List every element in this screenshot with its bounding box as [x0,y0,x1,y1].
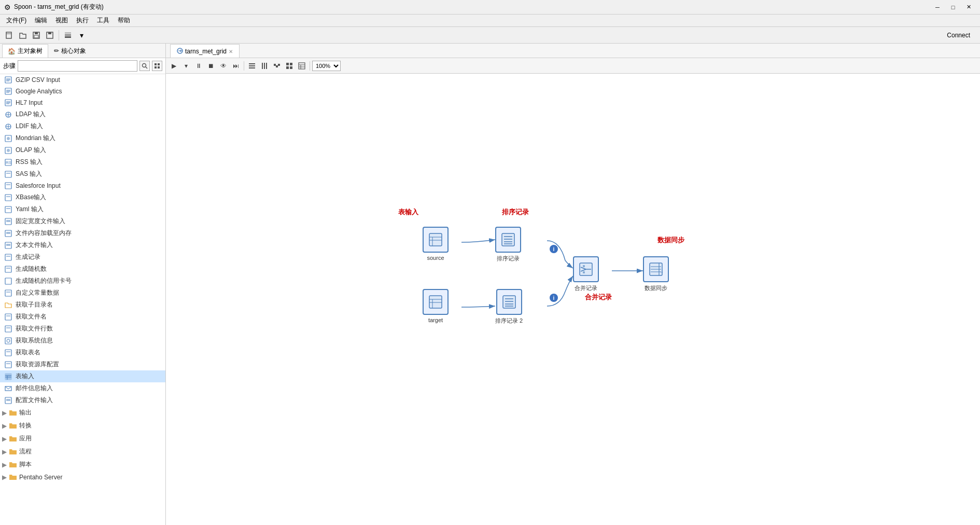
tab-core-objects[interactable]: ✏ 核心对象 [48,44,92,58]
step-icon-gen-cc [4,277,12,285]
search-expand-button[interactable] [139,61,150,71]
node-source[interactable]: source [423,227,449,261]
step-item-file-content[interactable]: 文件内容加载至内存 [0,227,165,239]
svg-rect-127 [429,296,442,308]
tab-main-objects[interactable]: 🏠 主对象树 [2,44,48,58]
step-icon-get-filename [4,313,12,321]
minimize-button[interactable]: ─ [930,2,945,13]
category-transform[interactable]: ▶ 转换 [0,419,165,432]
close-button[interactable]: ✕ [961,2,976,13]
canvas-next-btn[interactable]: ⏭ [230,60,242,72]
step-label-ldap: LDAP 输入 [16,110,46,119]
node-box-datasync: ↔ [643,256,669,282]
step-item-ldap[interactable]: LDAP 输入 [0,108,165,120]
step-item-sas[interactable]: SAS 输入 [0,168,165,180]
step-item-table-input[interactable]: 表输入 [0,370,165,382]
menu-execute[interactable]: 执行 [72,15,93,26]
toolbar-layers[interactable] [62,29,74,42]
zoom-select[interactable]: 100% 75% 50% 150% 200% [312,61,341,71]
menu-edit[interactable]: 编辑 [31,15,51,26]
canvas-table-btn[interactable] [296,60,307,72]
canvas-dropdown-btn[interactable]: ▾ [180,60,192,72]
node-sort1[interactable]: 排序记录 [495,227,521,262]
step-item-gen-cc[interactable]: 生成随机的信用卡号 [0,275,165,287]
node-merge[interactable]: 合并记录 [573,256,599,292]
canvas-align-v[interactable] [259,60,270,72]
maximize-button[interactable]: □ [946,2,960,13]
folder-icon-output [9,409,17,417]
toolbar-save[interactable] [30,29,43,42]
canvas-tab-close[interactable]: ✕ [229,49,233,54]
step-item-config-file[interactable]: 配置文件输入 [0,394,165,406]
svg-rect-42 [5,183,11,189]
step-item-mail[interactable]: 邮件信息输入 [0,382,165,394]
canvas-align-h[interactable] [246,60,258,72]
toolbar-dropdown[interactable]: ▾ [75,29,88,42]
step-item-mondrian[interactable]: Mondrian 输入 [0,132,165,144]
svg-rect-89 [266,63,267,69]
category-label-script: 脚本 [19,460,32,469]
menu-tools[interactable]: 工具 [93,15,114,26]
connect-button[interactable]: Connect [940,29,977,42]
toolbar-open[interactable] [17,29,29,42]
canvas-run-btn[interactable]: ▶ [168,60,179,72]
canvas-tab-tarns[interactable]: tarns_met_grid ✕ [170,44,240,58]
chevron-right-icon-script: ▶ [2,461,7,468]
step-item-olap[interactable]: OLAP 输入 [0,144,165,156]
menu-help[interactable]: 帮助 [114,15,134,26]
category-label-output: 输出 [19,408,32,417]
step-label-get-repo: 获取资源库配置 [16,360,59,369]
step-item-custom-const[interactable]: 自定义常量数据 [0,287,165,299]
category-apply[interactable]: ▶ 应用 [0,432,165,445]
canvas-distribute[interactable] [271,60,283,72]
node-sort2[interactable]: 排序记录 2 [495,289,523,325]
category-script[interactable]: ▶ 脚本 [0,458,165,471]
step-item-get-filerows[interactable]: 获取文件行数 [0,323,165,335]
step-item-hl7[interactable]: HL7 Input [0,97,165,108]
step-item-gen-random[interactable]: 生成随机数 [0,263,165,275]
step-item-yaml[interactable]: Yaml 输入 [0,203,165,215]
toolbar: ▾ Connect [0,27,980,44]
step-item-get-tables[interactable]: 获取表名 [0,347,165,358]
folder-icon-flow [9,448,17,456]
chevron-right-icon-pentaho: ▶ [2,474,7,481]
svg-rect-57 [5,254,11,260]
toolbar-new[interactable] [3,29,16,42]
step-label-get-subdir: 获取子目录名 [16,300,53,309]
step-item-text-file[interactable]: 文本文件输入 [0,239,165,251]
step-item-rss[interactable]: RS RSS 输入 [0,156,165,168]
canvas-stop-btn[interactable]: ⏹ [205,60,217,72]
search-input[interactable] [18,60,137,72]
step-item-ldif[interactable]: LDIF 输入 [0,120,165,132]
node-datasync[interactable]: ↔ 数据同步 [643,256,669,292]
step-item-fixed-width[interactable]: 固定宽度文件输入 [0,215,165,227]
step-item-gzip-csv[interactable]: GZIP CSV Input [0,74,165,86]
step-label-get-filerows: 获取文件行数 [16,324,53,333]
menu-view[interactable]: 视图 [51,15,72,26]
search-grid-button[interactable] [152,61,162,71]
step-item-gen-records[interactable]: 生成记录 [0,251,165,263]
folder-icon-transform [9,422,17,430]
step-item-google-analytics[interactable]: Google Analytics [0,86,165,97]
category-output[interactable]: ▶ 输出 [0,406,165,419]
step-item-xbase[interactable]: XBase输入 [0,191,165,203]
app-icon: ⚙ [4,3,11,11]
canvas-arrange[interactable] [284,60,295,72]
menu-file[interactable]: 文件(F) [2,15,31,26]
step-icon-mondrian [4,134,12,143]
node-box-sort1 [495,227,521,253]
step-item-get-repo[interactable]: 获取资源库配置 [0,358,165,370]
step-item-get-sysinfo[interactable]: 获取系统信息 [0,335,165,347]
toolbar-save-as[interactable] [44,29,56,42]
main-layout: 🏠 主对象树 ✏ 核心对象 步骤 [0,44,980,525]
step-item-get-subdir[interactable]: 获取子目录名 [0,299,165,311]
canvas-preview-btn[interactable]: 👁 [218,60,229,72]
category-flow[interactable]: ▶ 流程 [0,445,165,458]
category-pentaho[interactable]: ▶ Pentaho Server [0,471,165,483]
step-item-salesforce[interactable]: Salesforce Input [0,180,165,191]
node-target[interactable]: target [423,289,449,323]
step-item-get-filename[interactable]: 获取文件名 [0,311,165,323]
tab-main-objects-label: 主对象树 [18,47,43,56]
step-icon-mail [4,384,12,393]
canvas-pause-btn[interactable]: ⏸ [193,60,204,72]
